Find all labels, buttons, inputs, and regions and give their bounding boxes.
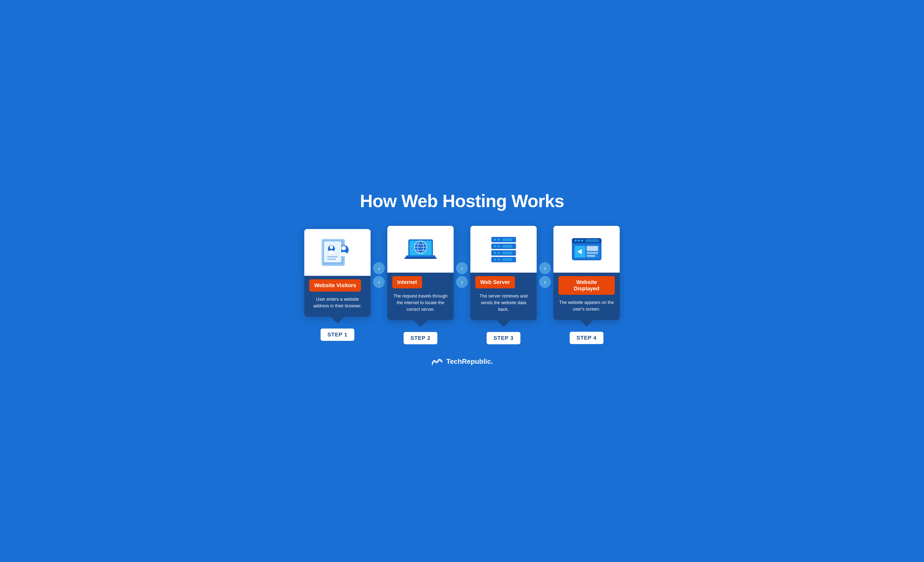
svg-rect-39 bbox=[502, 258, 512, 261]
arrow-up-3: ‹ bbox=[539, 262, 551, 274]
step-1-bottom: Website Visitors User enters a website a… bbox=[304, 276, 370, 317]
step-3-bottom: Web Server The server retrieves and send… bbox=[470, 273, 537, 320]
step-1-icon-area bbox=[304, 229, 370, 276]
step-1-label: Website Visitors bbox=[309, 279, 361, 292]
svg-rect-46 bbox=[585, 239, 599, 242]
step-2-description: The request travels through the internet… bbox=[387, 289, 454, 320]
step-2-wrapper: Internet The request travels through the… bbox=[387, 226, 454, 344]
step-4-label-box: STEP 4 bbox=[570, 332, 603, 344]
step-3-arrow bbox=[497, 320, 510, 327]
step-1-label-box: STEP 1 bbox=[321, 328, 354, 341]
svg-point-45 bbox=[581, 240, 583, 241]
svg-rect-31 bbox=[502, 245, 512, 248]
svg-point-6 bbox=[342, 246, 346, 250]
display-icon bbox=[569, 233, 604, 268]
arrow-connector-3: ‹ › bbox=[537, 262, 554, 288]
svg-point-10 bbox=[330, 246, 333, 249]
svg-point-30 bbox=[498, 245, 500, 247]
step-3-label: Web Server bbox=[475, 276, 515, 288]
techrepublic-logo-icon bbox=[431, 357, 443, 366]
arrow-down-3: › bbox=[539, 276, 551, 288]
step-2-label: Internet bbox=[392, 276, 422, 288]
step-2-bottom: Internet The request travels through the… bbox=[387, 273, 454, 320]
step-2-card: Internet The request travels through the… bbox=[387, 226, 454, 320]
step-4-description: The website appears on the user's screen… bbox=[554, 295, 620, 320]
step-4-bottom: Website Displayed The website appears on… bbox=[554, 273, 620, 320]
arrow-up-2: ‹ bbox=[456, 262, 468, 274]
svg-rect-51 bbox=[586, 252, 598, 254]
step-3-card: Web Server The server retrieves and send… bbox=[470, 226, 537, 320]
brand-footer: TechRepublic. bbox=[304, 357, 620, 366]
main-title: How Web Hosting Works bbox=[304, 191, 620, 211]
step-4-card: Website Displayed The website appears on… bbox=[554, 226, 620, 320]
server-icon bbox=[486, 233, 521, 268]
svg-point-33 bbox=[494, 252, 496, 254]
svg-point-37 bbox=[494, 259, 496, 261]
arrow-connector-1: ‹ › bbox=[370, 262, 387, 288]
step-4-wrapper: Website Displayed The website appears on… bbox=[554, 226, 620, 344]
svg-rect-12 bbox=[327, 256, 338, 257]
step-1-description: User enters a website address in their b… bbox=[304, 292, 370, 317]
svg-point-34 bbox=[498, 252, 500, 254]
internet-icon bbox=[404, 233, 438, 268]
arrow-up-1: ‹ bbox=[373, 262, 385, 274]
step-2-icon-area bbox=[387, 226, 454, 273]
svg-point-38 bbox=[498, 259, 500, 261]
step-4-label: Website Displayed bbox=[558, 276, 615, 295]
arrow-connector-2: ‹ › bbox=[454, 262, 470, 288]
steps-row: Website Visitors User enters a website a… bbox=[304, 226, 620, 344]
svg-rect-15 bbox=[405, 257, 436, 259]
step-2-label-box: STEP 2 bbox=[404, 332, 437, 344]
step-1-card: Website Visitors User enters a website a… bbox=[304, 229, 370, 317]
svg-point-26 bbox=[498, 239, 500, 241]
svg-rect-13 bbox=[327, 259, 336, 260]
step-3-wrapper: Web Server The server retrieves and send… bbox=[470, 226, 537, 344]
svg-point-7 bbox=[340, 252, 347, 256]
arrow-down-1: › bbox=[373, 276, 385, 288]
svg-point-44 bbox=[578, 240, 580, 241]
svg-point-43 bbox=[574, 240, 577, 241]
step-3-icon-area bbox=[470, 226, 537, 273]
step-2-arrow bbox=[414, 320, 428, 327]
svg-rect-52 bbox=[586, 255, 595, 257]
brand-name: TechRepublic. bbox=[446, 358, 493, 366]
infographic-container: How Web Hosting Works bbox=[290, 181, 634, 381]
svg-rect-35 bbox=[502, 252, 512, 255]
step-4-arrow bbox=[580, 320, 594, 327]
step-4-icon-area bbox=[554, 226, 620, 273]
svg-point-11 bbox=[329, 250, 334, 254]
svg-rect-50 bbox=[586, 246, 598, 251]
svg-point-25 bbox=[494, 239, 496, 241]
visitors-icon bbox=[320, 237, 355, 271]
step-3-description: The server retrieves and sends the websi… bbox=[470, 289, 537, 320]
step-1-wrapper: Website Visitors User enters a website a… bbox=[304, 229, 370, 341]
step-1-arrow bbox=[331, 317, 345, 324]
step-3-label-box: STEP 3 bbox=[487, 332, 520, 344]
svg-rect-27 bbox=[502, 238, 512, 241]
svg-point-29 bbox=[494, 245, 496, 247]
arrow-down-2: › bbox=[456, 276, 468, 288]
